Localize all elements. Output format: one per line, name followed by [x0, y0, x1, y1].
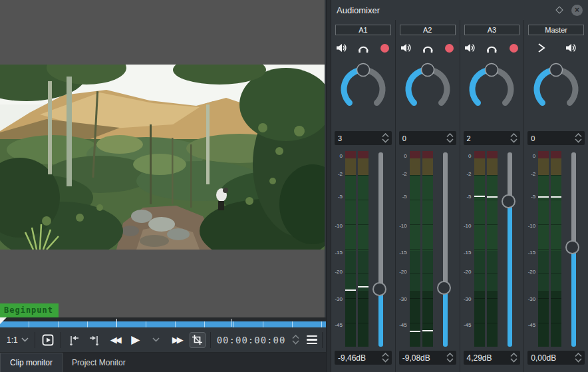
track-label[interactable]: A1: [335, 25, 391, 35]
mute-button[interactable]: [335, 41, 348, 55]
set-zone-out-button[interactable]: [86, 332, 102, 348]
balance-spinner[interactable]: [446, 133, 454, 143]
balance-knob[interactable]: [524, 61, 588, 114]
volume-fader-handle[interactable]: [372, 282, 386, 296]
audiomixer-panel: Audiomixer × A1: [331, 0, 588, 372]
timecode-display[interactable]: 00:00:00:00: [217, 335, 286, 345]
mixer-strip-master: Master: [523, 20, 588, 372]
meter-bar-right: [487, 151, 498, 347]
timecode-spinner[interactable]: [292, 335, 299, 345]
monitor-toolbar: 1:1: [0, 327, 326, 353]
speaker-icon: [464, 42, 476, 54]
knob-icon: [338, 61, 388, 114]
play-options-dropdown[interactable]: [148, 332, 164, 348]
gain-spinbox[interactable]: 4,29dB: [464, 351, 521, 365]
ruler-tick: [231, 319, 231, 327]
panel-splitter[interactable]: [326, 0, 331, 372]
toolbar-separator: [210, 332, 211, 348]
monitor-zone-bar[interactable]: [0, 321, 326, 327]
mute-button[interactable]: [564, 41, 577, 55]
record-arm-button[interactable]: [507, 41, 520, 55]
mute-button[interactable]: [399, 41, 412, 55]
peak-indicator: [358, 286, 368, 287]
scale-label: -45: [396, 322, 407, 328]
tab-clip-monitor[interactable]: Clip monitor: [0, 353, 63, 372]
record-arm-button[interactable]: [443, 41, 456, 55]
volume-fader-handle[interactable]: [565, 240, 579, 254]
peak-indicator: [410, 331, 420, 332]
zoom-level-value: 1:1: [7, 335, 18, 345]
audiomixer-header: Audiomixer ×: [331, 0, 588, 20]
clip-monitor-panel: Beginpunt 1:1: [0, 0, 326, 372]
gain-spinner[interactable]: [575, 353, 582, 363]
record-icon: [445, 44, 454, 53]
gain-spinner[interactable]: [446, 353, 454, 363]
peak-indicator: [345, 289, 356, 291]
play-zone-button[interactable]: [40, 332, 56, 348]
balance-spinner[interactable]: [382, 133, 389, 143]
record-arm-button[interactable]: [378, 41, 392, 55]
spin-up-icon: [292, 335, 299, 339]
zone-start-label: Beginpunt: [0, 303, 59, 317]
volume-fader-handle[interactable]: [437, 281, 451, 295]
toolbar-separator: [322, 332, 323, 348]
gain-spinner[interactable]: [510, 353, 517, 363]
balance-knob[interactable]: [396, 61, 460, 114]
headphone-icon: [357, 43, 369, 54]
speaker-icon: [565, 42, 577, 54]
video-display-area[interactable]: Beginpunt: [0, 0, 325, 317]
gain-value: -9,46dB: [338, 353, 366, 363]
meter-bar-right: [422, 151, 433, 347]
zoom-level-combobox[interactable]: 1:1: [5, 335, 30, 345]
monitor-menu-button[interactable]: [307, 335, 317, 345]
mute-button[interactable]: [463, 41, 476, 55]
crop-zone-icon: [192, 334, 203, 345]
volume-fader-handle[interactable]: [502, 194, 515, 208]
solo-button[interactable]: [357, 41, 370, 55]
close-panel-button[interactable]: ×: [571, 5, 583, 16]
forward-button[interactable]: ▶▶: [169, 332, 185, 348]
scale-label: 0: [331, 153, 343, 159]
peak-indicator: [487, 196, 498, 198]
record-icon: [380, 44, 389, 53]
gain-spinbox[interactable]: -9,08dB: [399, 351, 456, 365]
play-button[interactable]: ▶: [128, 332, 144, 348]
meter-bar-right: [551, 151, 561, 347]
scale-label: -15: [396, 250, 407, 256]
scale-label: -30: [396, 296, 407, 302]
balance-spinner[interactable]: [575, 133, 582, 143]
gain-spinbox[interactable]: -9,46dB: [335, 351, 392, 365]
toolbar-separator: [61, 332, 61, 348]
scale-label: -30: [524, 296, 535, 302]
balance-spinbox[interactable]: 0: [399, 131, 456, 145]
balance-spinbox[interactable]: 2: [464, 131, 521, 145]
tab-project-monitor[interactable]: Project Monitor: [63, 353, 135, 372]
balance-spinbox[interactable]: 0: [527, 131, 585, 145]
balance-spinbox[interactable]: 3: [335, 131, 392, 145]
balance-spinner[interactable]: [510, 133, 517, 143]
track-label[interactable]: A2: [400, 25, 456, 35]
meter-bar-left: [474, 151, 485, 347]
gain-spinbox[interactable]: 0,00dB: [527, 351, 585, 365]
fader-fill: [378, 289, 383, 347]
track-label[interactable]: Master: [528, 25, 584, 35]
playhead-marker[interactable]: [0, 317, 7, 324]
balance-knob[interactable]: [331, 61, 395, 114]
rewind-button[interactable]: ◀◀: [107, 332, 123, 348]
float-panel-icon[interactable]: [555, 6, 563, 13]
track-label[interactable]: A3: [464, 25, 520, 35]
scale-label: -5: [331, 194, 343, 200]
scale-label: -10: [524, 223, 535, 229]
balance-value: 3: [338, 134, 342, 142]
balance-value: 0: [402, 134, 406, 142]
collapse-mixer-button[interactable]: [535, 41, 548, 55]
zone-mode-toggle-button[interactable]: [190, 332, 206, 348]
set-zone-in-button[interactable]: [66, 332, 82, 348]
scale-label: -45: [331, 322, 343, 328]
monitor-timeline-ruler[interactable]: [0, 317, 326, 327]
solo-button[interactable]: [485, 41, 498, 55]
balance-knob[interactable]: [460, 61, 524, 114]
gain-spinner[interactable]: [382, 353, 389, 363]
solo-button[interactable]: [421, 41, 434, 55]
fader-fill: [508, 202, 512, 347]
